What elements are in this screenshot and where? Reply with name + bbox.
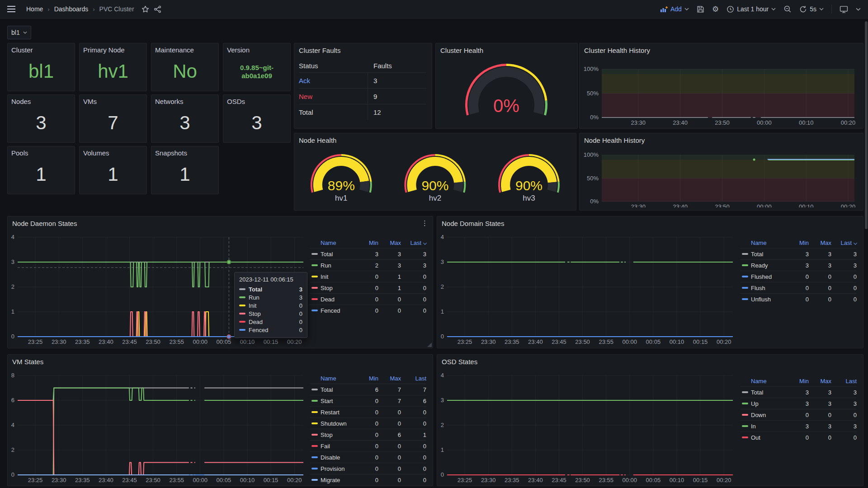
legend-row-provision[interactable]: Provision000 [310, 463, 426, 474]
svg-text:23:30: 23:30 [631, 119, 646, 126]
series-color-swatch [311, 479, 318, 481]
panel-title[interactable]: VM States [12, 358, 43, 366]
faults-count-cell: 9 [368, 89, 426, 104]
legend-row-run[interactable]: Run233 [310, 259, 426, 271]
legend-header-name[interactable]: Name [751, 239, 786, 246]
legend-row-up[interactable]: Up333 [740, 398, 857, 409]
panel-title[interactable]: OSD States [442, 358, 477, 366]
legend-row-total[interactable]: Total677 [310, 384, 426, 395]
legend-row-migrate[interactable]: Migrate000 [310, 474, 426, 485]
svg-text:23:30: 23:30 [52, 338, 66, 345]
osd-states-chart[interactable]: 0123423:2523:3023:3523:4023:4523:5023:55… [437, 366, 737, 485]
legend-header-min[interactable]: Min [356, 375, 378, 382]
svg-text:23:30: 23:30 [481, 338, 496, 345]
faults-status-cell: New [299, 89, 368, 104]
svg-text:23:40: 23:40 [99, 338, 113, 345]
legend-row-stop[interactable]: Stop061 [310, 429, 426, 440]
legend-row-dead[interactable]: Dead000 [310, 293, 426, 305]
share-icon[interactable] [154, 5, 161, 13]
legend-header-name[interactable]: Name [321, 375, 356, 382]
star-icon[interactable] [142, 5, 149, 13]
legend-header-name[interactable]: Name [321, 239, 356, 246]
legend-header-last[interactable]: Last [831, 239, 857, 246]
legend-header-last[interactable]: Last [401, 375, 426, 382]
legend-row-flush[interactable]: Flush000 [740, 282, 857, 293]
legend-row-unflush[interactable]: Unflush000 [740, 293, 857, 305]
legend-header-last[interactable]: Last [831, 378, 857, 385]
panel-title[interactable]: Cluster Health History [584, 47, 650, 54]
zoom-out-icon[interactable] [783, 5, 792, 13]
legend-header-max[interactable]: Max [809, 239, 831, 246]
panel-title[interactable]: Node Health [299, 136, 336, 144]
node-domain-states-chart[interactable]: 0123423:2523:3023:3523:4023:4523:5023:55… [437, 228, 737, 347]
legend-swatch-cell [310, 445, 321, 447]
legend-row-ready[interactable]: Ready333 [740, 259, 857, 271]
save-dashboard-icon[interactable] [697, 5, 704, 13]
legend-row-start[interactable]: Start076 [310, 395, 426, 406]
panel-cluster-health-history: Cluster Health History 0%50%100%23:3023:… [579, 43, 863, 129]
legend-row-restart[interactable]: Restart000 [310, 406, 426, 418]
legend-min-value: 0 [786, 273, 809, 280]
series-color-swatch [311, 445, 318, 447]
panel-title[interactable]: Node Health History [584, 136, 645, 144]
breadcrumb-dashboards[interactable]: Dashboards [54, 5, 89, 13]
svg-text:00:20: 00:20 [287, 477, 302, 483]
legend-header-max[interactable]: Max [809, 378, 831, 385]
legend-row-total[interactable]: Total333 [310, 248, 426, 259]
node-daemon-states-chart[interactable]: 0123423:2523:3023:3523:4023:4523:5023:55… [8, 228, 308, 347]
legend-series-name: Total [321, 251, 356, 258]
legend-row-flushed[interactable]: Flushed000 [740, 271, 857, 282]
stat-tile-osds: OSDs3 [223, 94, 291, 143]
svg-text:00:10: 00:10 [240, 338, 255, 345]
legend-header-name[interactable]: Name [751, 378, 786, 385]
series-color-swatch [311, 422, 318, 424]
tv-mode-icon[interactable] [840, 5, 848, 13]
svg-text:4: 4 [441, 372, 444, 379]
legend-header-min[interactable]: Min [356, 239, 378, 246]
legend-header-min[interactable]: Min [786, 378, 809, 385]
panel-title[interactable]: Cluster Faults [299, 47, 341, 54]
legend-row-fail[interactable]: Fail000 [310, 440, 426, 451]
svg-text:23:40: 23:40 [528, 477, 543, 483]
variable-dropdown-cluster[interactable]: bl1 [7, 26, 31, 39]
menu-icon[interactable] [7, 6, 15, 12]
panel-title[interactable]: Node Domain States [442, 220, 504, 227]
legend-header-max[interactable]: Max [378, 239, 401, 246]
legend-row-out[interactable]: Out000 [740, 432, 857, 443]
legend-row-total[interactable]: Total333 [740, 386, 857, 398]
svg-text:50%: 50% [587, 90, 599, 97]
chevron-down-icon[interactable] [856, 8, 861, 11]
stat-tile-label: Volumes [83, 149, 109, 157]
panel-resize-handle[interactable] [427, 343, 432, 347]
node-health-history-chart[interactable]: 0%50%100%23:3023:4023:5000:0000:1000:20 [580, 144, 861, 207]
legend-row-fenced[interactable]: Fenced000 [310, 305, 426, 316]
legend-header-min[interactable]: Min [786, 239, 809, 246]
legend-row-down[interactable]: Down000 [740, 409, 857, 420]
legend-header-last[interactable]: Last [401, 239, 426, 246]
legend-swatch-cell [740, 414, 751, 416]
cluster-health-history-chart[interactable]: 0%50%100%23:3023:4023:5000:0000:1000:20 [580, 54, 861, 126]
vm-states-chart[interactable]: 0246823:2523:3023:3523:4023:4523:5023:55… [8, 366, 308, 485]
page-scrollbar[interactable] [865, 21, 868, 229]
legend-row-init[interactable]: Init010 [310, 271, 426, 282]
svg-text:23:50: 23:50 [575, 338, 590, 345]
panel-title[interactable]: Cluster Health [440, 47, 483, 54]
svg-text:00:05: 00:05 [217, 338, 231, 345]
legend-row-stop[interactable]: Stop010 [310, 282, 426, 293]
legend-swatch-cell [740, 436, 751, 438]
time-range-picker[interactable]: Last 1 hour [726, 5, 776, 13]
svg-text:23:25: 23:25 [28, 477, 43, 483]
legend-series-name: Restart [321, 409, 356, 416]
dashboard-settings-icon[interactable]: ⚙ [712, 5, 719, 13]
panel-menu-icon[interactable]: ⋮ [421, 219, 428, 227]
legend-row-in[interactable]: In333 [740, 420, 857, 432]
breadcrumb-home[interactable]: Home [26, 5, 43, 13]
panel-title[interactable]: Node Daemon States [12, 220, 77, 227]
legend-header-max[interactable]: Max [378, 375, 401, 382]
legend-row-disable[interactable]: Disable000 [310, 451, 426, 463]
legend-row-shutdown[interactable]: Shutdown000 [310, 418, 426, 429]
refresh-picker[interactable]: 5s [799, 5, 824, 13]
legend-series-name: Flush [751, 285, 786, 291]
add-button[interactable]: Add [660, 5, 689, 13]
legend-row-total[interactable]: Total333 [740, 248, 857, 259]
